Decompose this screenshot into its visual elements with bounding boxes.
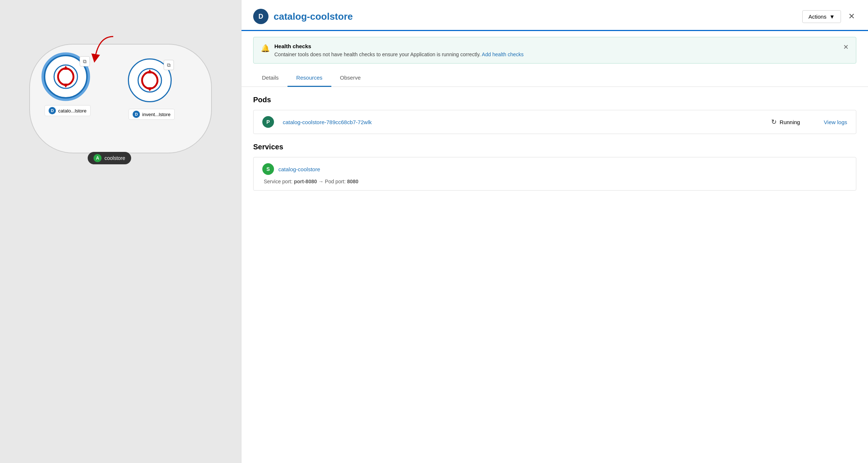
status-text: Running [780, 119, 800, 125]
health-banner: 🔔 Health checks Container tools does not… [253, 37, 856, 64]
external-link-catalog[interactable]: ⧉ [80, 56, 90, 66]
detail-panel: D catalog-coolstore Actions ▼ ✕ 🔔 Health… [241, 0, 868, 463]
app-group-name: coolstore [104, 155, 125, 161]
health-banner-close[interactable]: ✕ [843, 43, 849, 51]
tab-resources[interactable]: Resources [288, 69, 331, 87]
inventory-badge: D [133, 111, 140, 118]
content-area: Pods P catalog-coolstore-789cc68cb7-72wl… [241, 87, 868, 463]
tab-details[interactable]: Details [253, 69, 288, 87]
actions-label: Actions [808, 14, 826, 20]
health-text: Health checks Container tools does not h… [274, 43, 524, 57]
services-section: Services S catalog-coolstore Service por… [253, 143, 856, 191]
inventory-label[interactable]: D invent...lstore [129, 109, 174, 120]
catalog-badge: D [49, 107, 56, 114]
tab-observe[interactable]: Observe [331, 69, 370, 87]
catalog-label[interactable]: D catalo...lstore [45, 105, 90, 116]
close-button[interactable]: ✕ [847, 10, 856, 23]
actions-button[interactable]: Actions ▼ [802, 10, 841, 23]
title-area: D catalog-coolstore [253, 9, 353, 24]
view-logs-link[interactable]: View logs [824, 119, 847, 125]
topology-canvas: ⧉ D catalo...lstore [22, 29, 226, 183]
app-group-label[interactable]: A coolstore [88, 152, 131, 164]
service-header: S catalog-coolstore [262, 163, 847, 175]
health-content: 🔔 Health checks Container tools does not… [261, 43, 524, 57]
openshift-icon-inventory [137, 68, 163, 93]
app-group-badge: A [94, 154, 102, 162]
sync-icon: ↻ [771, 118, 777, 126]
bell-icon: 🔔 [261, 44, 270, 53]
panel-header: D catalog-coolstore Actions ▼ ✕ [241, 0, 868, 31]
health-description: Container tools does not have health che… [274, 51, 524, 57]
external-link-inventory[interactable]: ⧉ [164, 60, 174, 70]
service-icon: S [262, 163, 274, 175]
service-port-label: Service port: [264, 179, 293, 184]
service-name-link[interactable]: catalog-coolstore [278, 166, 320, 172]
header-actions: Actions ▼ ✕ [802, 10, 856, 23]
openshift-icon-catalog [53, 64, 79, 89]
pod-port-value: 8080 [347, 179, 358, 184]
node-icon-catalog[interactable]: ⧉ [44, 55, 91, 102]
service-port-value: port-8080 [294, 179, 317, 184]
catalog-label-text: catalo...lstore [58, 108, 86, 114]
arrow-icon: → [318, 179, 325, 184]
node-catalog[interactable]: ⧉ D catalo...lstore [44, 55, 91, 116]
running-status: ↻ Running [771, 118, 815, 126]
pod-icon: P [262, 116, 274, 128]
add-health-checks-link[interactable]: Add health checks [482, 51, 524, 57]
services-title: Services [253, 143, 856, 151]
node-icon-inventory[interactable]: ⧉ [128, 58, 175, 106]
service-card: S catalog-coolstore Service port: port-8… [253, 157, 856, 191]
node-inventory[interactable]: ⧉ D invent...lstore [128, 58, 175, 120]
inventory-label-text: invent...lstore [142, 112, 170, 117]
panel-title: catalog-coolstore [274, 11, 353, 22]
tabs-row: Details Resources Observe [241, 69, 868, 87]
actions-chevron-icon: ▼ [829, 14, 835, 20]
pods-title: Pods [253, 96, 856, 104]
service-port-info: Service port: port-8080 → Pod port: 8080 [262, 179, 847, 184]
health-title: Health checks [274, 43, 524, 49]
pods-section: Pods P catalog-coolstore-789cc68cb7-72wl… [253, 96, 856, 134]
pod-name-link[interactable]: catalog-coolstore-789cc68cb7-72wlk [283, 119, 762, 125]
title-badge: D [253, 9, 269, 24]
topology-panel: ⧉ D catalo...lstore [0, 0, 241, 463]
pod-card: P catalog-coolstore-789cc68cb7-72wlk ↻ R… [253, 110, 856, 134]
pod-port-label: Pod port: [325, 179, 346, 184]
